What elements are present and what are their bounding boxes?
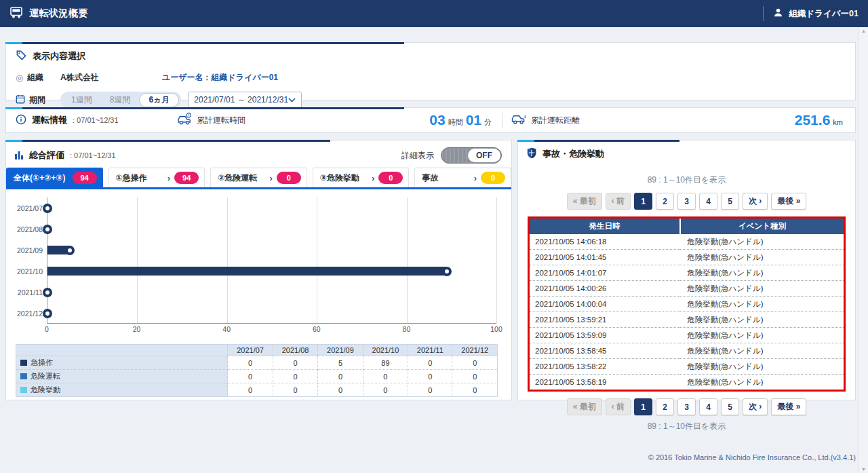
summary-value-cell: 0 [363, 383, 408, 397]
event-row[interactable]: 2021/10/05 13:59:09危険挙動(急ハンドル) [530, 328, 844, 343]
summary-value-cell: 0 [228, 383, 273, 397]
tab-score-badge: 94 [73, 172, 97, 184]
summary-month-header: 2021/08 [273, 345, 317, 356]
chevron-down-icon [288, 96, 296, 104]
event-row[interactable]: 2021/10/05 14:00:26危険挙動(急ハンドル) [530, 281, 844, 297]
summary-value-cell: 0 [408, 383, 452, 397]
tab-label: 全体(①+②+③) [14, 172, 66, 184]
period-option[interactable]: 6ヵ月 [139, 93, 179, 107]
tab-danger-drive[interactable]: ②危険運転›0 [210, 168, 307, 187]
pagination-last[interactable]: 最後 » [771, 398, 806, 415]
tab-accident[interactable]: 事故›0 [414, 168, 511, 187]
period-option[interactable]: 1週間 [62, 94, 101, 107]
tab-label: ①急操作 [116, 172, 147, 184]
summary-value-cell: 0 [452, 383, 498, 397]
date-range-select[interactable]: 2021/07/01 ～ 2021/12/31 [188, 92, 302, 109]
tab-sudden-op[interactable]: ①急操作›94 [108, 168, 205, 187]
summary-row-label: 急操作 [16, 356, 228, 370]
event-datetime: 2021/10/05 13:59:09 [530, 328, 680, 343]
event-row[interactable]: 2021/10/05 14:01:45危険挙動(急ハンドル) [530, 250, 844, 265]
event-row[interactable]: 2021/10/05 14:06:18危険挙動(急ハンドル) [530, 234, 844, 250]
display-selection-panel: 表示内容選択 ◎ 組織 A株式会社 ユーザー名：組織ドライバー01 期間 1週間… [5, 42, 856, 100]
chart-bar [47, 267, 447, 276]
event-row[interactable]: 2021/10/05 14:00:04危険挙動(急ハンドル) [530, 297, 844, 312]
detail-display-toggle[interactable]: OFF [441, 147, 502, 164]
user-menu[interactable]: 組織ドライバー01 [763, 6, 859, 21]
summary-value-cell: 0 [408, 356, 452, 370]
driving-info-range: : 07/01~12/31 [73, 116, 119, 124]
detail-display-label: 詳細表示 [401, 150, 434, 162]
summary-row: 急操作0058900 [16, 356, 498, 370]
pagination-page-4[interactable]: 4 [699, 398, 717, 415]
scroll-down-icon[interactable]: ▼ [861, 467, 866, 472]
pagination-page-2[interactable]: 2 [656, 193, 674, 210]
minutes-unit: 分 [484, 117, 492, 128]
chart-y-labels: 2021/072021/082021/092021/102021/112021/… [12, 197, 47, 335]
event-datetime: 2021/10/05 13:58:19 [530, 375, 680, 390]
evaluation-tabs: 全体(①+②+③)94①急操作›94②危険運転›0③危険挙動›0事故›0 [6, 168, 511, 189]
event-type: 危険挙動(急ハンドル) [680, 281, 844, 297]
pagination-page-1[interactable]: 1 [634, 398, 652, 415]
event-type: 危険挙動(急ハンドル) [680, 250, 844, 265]
summary-value-cell: 0 [318, 370, 363, 383]
date-range-value: 2021/07/01 ～ 2021/12/31 [194, 94, 288, 106]
pagination-page-1[interactable]: 1 [634, 193, 652, 210]
chevron-right-icon: › [269, 173, 272, 183]
app-header: 運転状況概要 組織ドライバー01 [0, 0, 868, 27]
event-row[interactable]: 2021/10/05 13:59:21危険挙動(急ハンドル) [530, 312, 844, 328]
result-count-top: 89 : 1～10件目を表示 [518, 174, 855, 186]
event-row[interactable]: 2021/10/05 13:58:22危険挙動(急ハンドル) [530, 359, 844, 375]
event-row[interactable]: 2021/10/05 14:01:07危険挙動(急ハンドル) [530, 265, 844, 281]
vertical-scrollbar[interactable]: ▲ ▼ [859, 27, 868, 473]
tab-overall[interactable]: 全体(①+②+③)94 [6, 168, 103, 187]
driving-info-title: 運転情報 [32, 114, 67, 126]
summary-month-header: 2021/10 [363, 345, 408, 356]
user-name: 組織ドライバー01 [789, 8, 859, 20]
chart-point-marker [43, 309, 52, 318]
y-tick-label: 2021/12 [12, 303, 47, 324]
pagination-page-2[interactable]: 2 [656, 398, 674, 415]
pagination-page-3[interactable]: 3 [677, 193, 696, 210]
summary-row-label: 危険運転 [16, 370, 228, 383]
pagination-first: « 最初 [567, 398, 602, 415]
scroll-up-icon[interactable]: ▲ [861, 29, 866, 33]
pagination-page-5[interactable]: 5 [721, 398, 739, 415]
total-distance-value: 251.6 [795, 112, 831, 128]
summary-value-cell: 0 [318, 383, 363, 397]
chart-point-marker [43, 288, 52, 297]
summary-month-header: 2021/09 [318, 345, 363, 356]
user-name-link[interactable]: ユーザー名：組織ドライバー01 [162, 72, 278, 83]
pagination-next[interactable]: 次 › [743, 193, 768, 210]
car-distance-icon [511, 114, 526, 127]
pagination-first: « 最初 [567, 193, 602, 210]
tab-label: 事故 [422, 172, 438, 184]
total-time-label: 累計運転時間 [197, 115, 245, 126]
pagination-page-3[interactable]: 3 [677, 398, 696, 415]
chart-plot [47, 197, 496, 324]
evaluation-title: 総合評価 [29, 149, 64, 162]
pagination-page-4[interactable]: 4 [699, 193, 717, 210]
period-option[interactable]: 8週間 [101, 94, 140, 107]
user-icon [773, 7, 783, 20]
events-col-type: イベント種別 [680, 219, 844, 234]
total-minutes-value: 01 [466, 112, 481, 128]
event-row[interactable]: 2021/10/05 13:58:45危険挙動(急ハンドル) [530, 343, 844, 359]
pagination-page-5[interactable]: 5 [721, 193, 739, 210]
events-table: 発生日時 イベント種別 2021/10/05 14:06:18危険挙動(急ハンド… [530, 219, 844, 390]
tab-score-badge: 94 [174, 172, 199, 184]
event-type: 危険挙動(急ハンドル) [680, 312, 844, 328]
pagination-next[interactable]: 次 › [743, 398, 768, 415]
summary-value-cell: 0 [273, 370, 317, 383]
summary-row: 危険挙動000000 [16, 383, 498, 397]
chevron-right-icon: › [372, 173, 374, 183]
tab-danger-move[interactable]: ③危険挙動›0 [313, 168, 410, 187]
pagination-last[interactable]: 最後 » [771, 193, 806, 210]
tab-score-badge: 0 [378, 172, 403, 184]
events-table-highlight: 発生日時 イベント種別 2021/10/05 14:06:18危険挙動(急ハンド… [528, 216, 846, 392]
event-row[interactable]: 2021/10/05 13:58:19危険挙動(急ハンドル) [530, 375, 844, 390]
summary-value-cell: 0 [363, 370, 408, 383]
gridline [496, 197, 497, 323]
event-datetime: 2021/10/05 14:01:07 [530, 265, 680, 281]
event-datetime: 2021/10/05 14:00:04 [530, 297, 680, 312]
car-icon [9, 7, 23, 20]
